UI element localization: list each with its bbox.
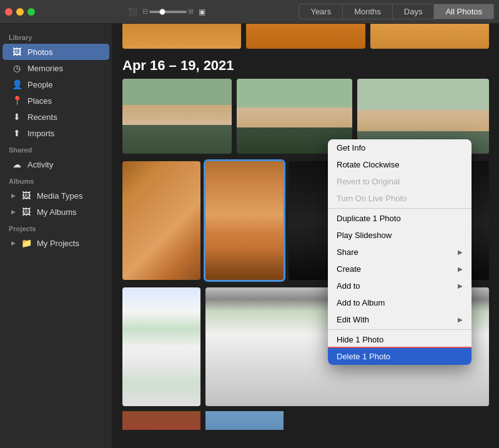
- add-to-arrow-icon: ▶: [458, 282, 463, 289]
- sidebar-item-activity[interactable]: ☁ Activity: [2, 156, 109, 172]
- sidebar-label-my-albums: My Albums: [37, 207, 77, 217]
- context-menu-item-get-info[interactable]: Get Info: [328, 139, 472, 156]
- view-toggle-icon[interactable]: ▣: [196, 6, 208, 17]
- partial-photo-3[interactable]: [370, 24, 489, 49]
- my-projects-icon: 📁: [21, 238, 32, 248]
- create-label: Create: [337, 264, 361, 274]
- partial-photo-2[interactable]: [246, 24, 365, 49]
- context-menu-item-delete[interactable]: Delete 1 Photo: [328, 348, 472, 365]
- arrow-icon-media-types: ▶: [11, 192, 16, 199]
- partial-photo-1[interactable]: [122, 24, 241, 49]
- slider-thumb: [159, 9, 166, 15]
- photo-cat-selected[interactable]: [205, 161, 284, 280]
- tab-days[interactable]: Days: [393, 4, 435, 19]
- tab-months[interactable]: Months: [343, 4, 393, 19]
- arrow-icon-my-albums: ▶: [11, 209, 16, 215]
- view-tabs: Years Months Days All Photos: [299, 4, 494, 19]
- tab-years[interactable]: Years: [299, 4, 343, 19]
- memories-icon: ◷: [11, 63, 22, 73]
- tab-all-photos[interactable]: All Photos: [434, 4, 494, 19]
- sidebar-item-memories[interactable]: ◷ Memories: [2, 60, 109, 76]
- sidebar-item-my-projects[interactable]: ▶ 📁 My Projects: [2, 235, 109, 251]
- window-controls: [5, 8, 35, 16]
- top-partial-row: [112, 24, 499, 49]
- main-layout: Library 🖼 Photos ◷ Memories 👤 People 📍 P…: [0, 24, 499, 448]
- context-menu-separator-1: [328, 208, 472, 209]
- sidebar-section-albums: Albums: [0, 172, 112, 187]
- zoom-out-icon: ⊟: [142, 7, 148, 16]
- add-to-label: Add to: [337, 281, 360, 291]
- zoom-slider[interactable]: ⊟ ⊞: [142, 7, 194, 16]
- context-menu-item-add-to[interactable]: Add to ▶: [328, 277, 472, 294]
- edit-with-arrow-icon: ▶: [458, 316, 463, 323]
- partial-bottom-1[interactable]: [122, 411, 200, 430]
- sidebar-item-media-types[interactable]: ▶ 🖼 Media Types: [2, 187, 109, 204]
- minimize-button[interactable]: [16, 8, 24, 16]
- sidebar-label-media-types: Media Types: [37, 191, 82, 201]
- slider-track: [149, 11, 187, 13]
- context-menu-item-duplicate[interactable]: Duplicate 1 Photo: [328, 210, 472, 227]
- sidebar-label-people: People: [27, 80, 52, 89]
- sidebar-item-places[interactable]: 📍 Places: [2, 92, 109, 109]
- sidebar-toggle-icon[interactable]: ⬛: [126, 6, 140, 17]
- my-albums-icon: 🖼: [21, 207, 32, 217]
- context-menu-item-slideshow[interactable]: Play Slideshow: [328, 227, 472, 244]
- date-range-header: Apr 16 – 19, 2021: [112, 51, 499, 79]
- bottom-partial-row: [112, 411, 499, 430]
- sidebar-item-recents[interactable]: ⬇ Recents: [2, 109, 109, 125]
- content-area: Apr 16 – 19, 2021: [112, 24, 499, 448]
- sidebar-label-places: Places: [27, 96, 52, 106]
- people-icon: 👤: [11, 79, 22, 89]
- context-menu-item-revert: Revert to Original: [328, 173, 472, 190]
- context-menu-item-edit-with[interactable]: Edit With ▶: [328, 311, 472, 328]
- photos-icon: 🖼: [11, 47, 22, 57]
- imports-icon: ⬆: [11, 128, 22, 138]
- sidebar-label-activity: Activity: [27, 160, 53, 169]
- share-arrow-icon: ▶: [458, 249, 463, 256]
- sidebar-label-my-projects: My Projects: [37, 239, 79, 248]
- sidebar: Library 🖼 Photos ◷ Memories 👤 People 📍 P…: [0, 24, 112, 448]
- activity-icon: ☁: [11, 159, 22, 169]
- context-menu-item-rotate[interactable]: Rotate Clockwise: [328, 156, 472, 173]
- partial-bottom-2[interactable]: [205, 411, 284, 430]
- sidebar-label-memories: Memories: [27, 64, 63, 73]
- titlebar: ⬛ ⊟ ⊞ ▣ Years Months Days All Photos: [0, 0, 499, 24]
- toolbar-controls: ⬛ ⊟ ⊞ ▣: [126, 6, 208, 17]
- context-menu-item-hide[interactable]: Hide 1 Photo: [328, 331, 472, 348]
- sidebar-item-people[interactable]: 👤 People: [2, 76, 109, 92]
- fullscreen-button[interactable]: [27, 8, 35, 16]
- context-menu-item-share[interactable]: Share ▶: [328, 244, 472, 261]
- sidebar-label-imports: Imports: [27, 129, 54, 138]
- create-arrow-icon: ▶: [458, 266, 463, 272]
- sidebar-section-library: Library: [0, 29, 112, 44]
- zoom-in-icon: ⊞: [188, 7, 194, 16]
- sidebar-item-my-albums[interactable]: ▶ 🖼 My Albums: [2, 204, 109, 220]
- sidebar-section-shared: Shared: [0, 141, 112, 156]
- photo-baby-1[interactable]: [122, 79, 232, 154]
- context-menu-item-live-photo: Turn On Live Photo: [328, 190, 472, 207]
- recents-icon: ⬇: [11, 112, 22, 122]
- places-icon: 📍: [11, 96, 22, 106]
- sidebar-label-recents: Recents: [27, 112, 57, 122]
- sidebar-item-imports[interactable]: ⬆ Imports: [2, 125, 109, 141]
- edit-with-label: Edit With: [337, 315, 369, 324]
- context-menu: Get Info Rotate Clockwise Revert to Orig…: [328, 139, 472, 365]
- arrow-icon-my-projects: ▶: [11, 240, 16, 246]
- photo-cat-1[interactable]: [122, 161, 200, 280]
- sidebar-section-projects: Projects: [0, 220, 112, 235]
- context-menu-item-add-to-album[interactable]: Add to Album: [328, 294, 472, 311]
- context-menu-separator-2: [328, 329, 472, 330]
- sidebar-item-photos[interactable]: 🖼 Photos: [2, 44, 109, 60]
- share-label: Share: [337, 247, 358, 257]
- context-menu-item-create[interactable]: Create ▶: [328, 261, 472, 277]
- close-button[interactable]: [5, 8, 12, 16]
- photo-screenshot[interactable]: [122, 287, 200, 406]
- sidebar-label-photos: Photos: [27, 47, 52, 57]
- media-types-icon: 🖼: [21, 191, 32, 201]
